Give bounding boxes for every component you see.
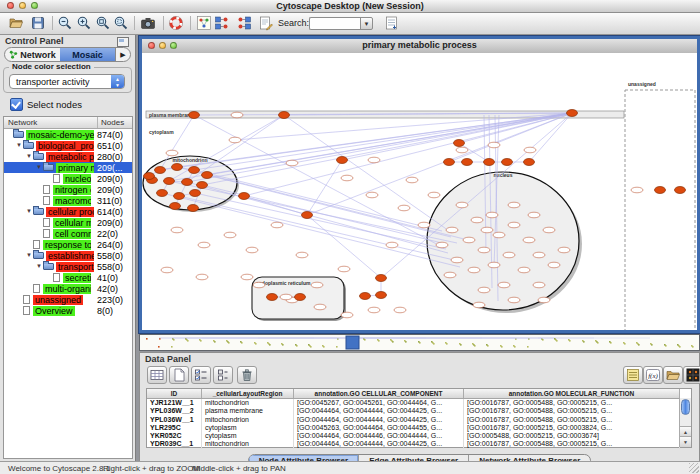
column-header-1[interactable]: _cellularLayoutRegion <box>202 389 294 398</box>
table-row-YPL036W__2[interactable]: YPL036W__2plasma membrane[GO:0044464, GO… <box>147 407 691 415</box>
gene-node-unselected[interactable] <box>196 274 208 280</box>
annotation-icon[interactable] <box>258 15 275 32</box>
tree-row-mosaic-demo-yeast[interactable]: mosaic-demo-yeast874(0) <box>4 129 132 140</box>
network-overview-icon[interactable] <box>196 15 213 32</box>
unselect-attributes-button[interactable] <box>213 366 233 384</box>
formula-builder-button[interactable]: f(x) <box>643 366 663 384</box>
gene-node-unselected[interactable] <box>468 267 480 273</box>
gene-node-unselected[interactable] <box>198 242 210 248</box>
gene-node-unselected[interactable] <box>486 212 498 218</box>
gene-node[interactable] <box>188 205 199 212</box>
node-color-dropdown[interactable]: transporter activity ▲▼ <box>9 74 125 89</box>
column-header-0[interactable]: ID <box>147 389 202 398</box>
gene-node[interactable] <box>164 178 175 185</box>
import-attributes-button[interactable] <box>663 366 683 384</box>
gene-node-unselected[interactable] <box>451 257 463 263</box>
gene-node[interactable] <box>182 179 193 186</box>
gene-node[interactable] <box>337 157 348 164</box>
birdseye-viewport[interactable] <box>346 336 359 349</box>
gene-node-unselected[interactable] <box>478 247 490 253</box>
gene-node-unselected[interactable] <box>338 266 350 272</box>
gene-node-unselected[interactable] <box>166 150 178 156</box>
gene-node[interactable] <box>524 159 535 166</box>
gene-node-unselected[interactable] <box>436 242 448 248</box>
gene-node-unselected[interactable] <box>463 237 475 243</box>
tree-row-multi-organism-pro[interactable]: multi-organism pro42(0) <box>4 283 132 294</box>
gene-node[interactable] <box>502 159 513 166</box>
gene-node-unselected[interactable] <box>508 202 520 208</box>
gene-node-unselected[interactable] <box>508 222 520 228</box>
gene-node-unselected[interactable] <box>631 187 643 193</box>
gene-node-unselected[interactable] <box>528 212 540 218</box>
gene-node-unselected[interactable] <box>508 297 520 303</box>
vizmapper-icon[interactable] <box>214 15 231 32</box>
gene-node-unselected[interactable] <box>488 262 500 268</box>
gene-node-unselected[interactable] <box>473 302 485 308</box>
expand-arrow-icon[interactable]: ▼ <box>36 261 43 272</box>
gene-node[interactable] <box>295 294 306 301</box>
gene-node-unselected[interactable] <box>366 192 378 198</box>
expand-arrow-icon[interactable]: ▼ <box>16 140 23 151</box>
gene-node-unselected[interactable] <box>286 160 298 166</box>
table-row-YLR295C[interactable]: YLR295Ccytoplasm[GO:0045263, GO:0044464,… <box>147 424 691 432</box>
gene-node[interactable] <box>567 110 578 117</box>
table-row-YPL036W__1[interactable]: YPL036W__1mitochondrion[GO:0044464, GO:0… <box>147 416 691 424</box>
zoom-out-icon[interactable] <box>57 15 74 32</box>
gene-node-unselected[interactable] <box>341 175 353 181</box>
gene-node-unselected[interactable] <box>161 267 173 273</box>
gene-node[interactable] <box>155 167 166 174</box>
tree-row-metabolic-process[interactable]: ▼metabolic process280(0) <box>4 151 132 162</box>
gene-node-unselected[interactable] <box>533 252 545 258</box>
gene-node[interactable] <box>144 173 155 180</box>
notes-button[interactable] <box>623 366 643 384</box>
gene-node-unselected[interactable] <box>246 247 258 253</box>
tree-row-secretion[interactable]: secretion41(0) <box>4 272 132 283</box>
gene-node[interactable] <box>170 203 181 210</box>
zoom-selected-icon[interactable] <box>113 15 130 32</box>
gene-node-unselected[interactable] <box>493 232 505 238</box>
gene-node-unselected[interactable] <box>341 312 353 318</box>
gene-node-unselected[interactable] <box>498 282 510 288</box>
gene-node-unselected[interactable] <box>229 137 241 143</box>
gene-node-unselected[interactable] <box>280 294 292 300</box>
gene-node-unselected[interactable] <box>398 205 410 211</box>
table-row-YJR121W__1[interactable]: YJR121W__1mitochondrion[GO:0045267, GO:0… <box>147 399 691 407</box>
tree-row-unassigned[interactable]: unassigned223(0) <box>4 294 132 305</box>
gene-node[interactable] <box>189 112 200 119</box>
gene-node[interactable] <box>454 140 465 147</box>
tree-row-response-to-stimul[interactable]: response to stimul264(0) <box>4 239 132 250</box>
tab-network[interactable]: Network <box>5 48 60 61</box>
search-input[interactable] <box>309 17 361 30</box>
gene-node-unselected[interactable] <box>271 222 283 228</box>
gene-node-unselected[interactable] <box>478 287 490 293</box>
gene-node-unselected[interactable] <box>481 227 493 233</box>
gene-node-unselected[interactable] <box>231 112 243 118</box>
open-file-icon[interactable] <box>8 15 25 32</box>
gene-node[interactable] <box>239 193 250 200</box>
zoom-fit-icon[interactable] <box>95 15 112 32</box>
gene-node[interactable] <box>675 187 686 194</box>
gene-node[interactable] <box>279 112 290 119</box>
select-nodes-checkbox[interactable] <box>10 98 23 111</box>
gene-node-unselected[interactable] <box>394 307 406 313</box>
resize-grip[interactable] <box>689 463 699 473</box>
zoom-in-icon[interactable] <box>76 15 93 32</box>
birdseye-view-window[interactable] <box>139 334 700 351</box>
table-row-YDR039C__1[interactable]: YDR039C__1mitochondrion[GO:0044464, GO:0… <box>147 440 691 448</box>
gene-node[interactable] <box>484 159 495 166</box>
gene-node[interactable] <box>190 190 201 197</box>
gene-node-unselected[interactable] <box>224 232 236 238</box>
network-window-titlebar[interactable]: primary metabolic process <box>142 39 697 54</box>
gene-node-unselected[interactable] <box>386 242 398 248</box>
tree-row-macromolecule[interactable]: macromolecule311(0) <box>4 195 132 206</box>
gene-node-unselected[interactable] <box>456 147 468 153</box>
gene-node-unselected[interactable] <box>418 222 430 228</box>
gene-node[interactable] <box>197 182 208 189</box>
gene-node[interactable] <box>376 292 387 299</box>
gene-node-unselected[interactable] <box>503 252 515 258</box>
gene-node[interactable] <box>302 212 313 219</box>
gene-node-unselected[interactable] <box>368 307 380 313</box>
edit-attributes-icon[interactable] <box>384 15 401 32</box>
gene-node-unselected[interactable] <box>444 272 456 278</box>
gene-node-unselected[interactable] <box>471 217 483 223</box>
